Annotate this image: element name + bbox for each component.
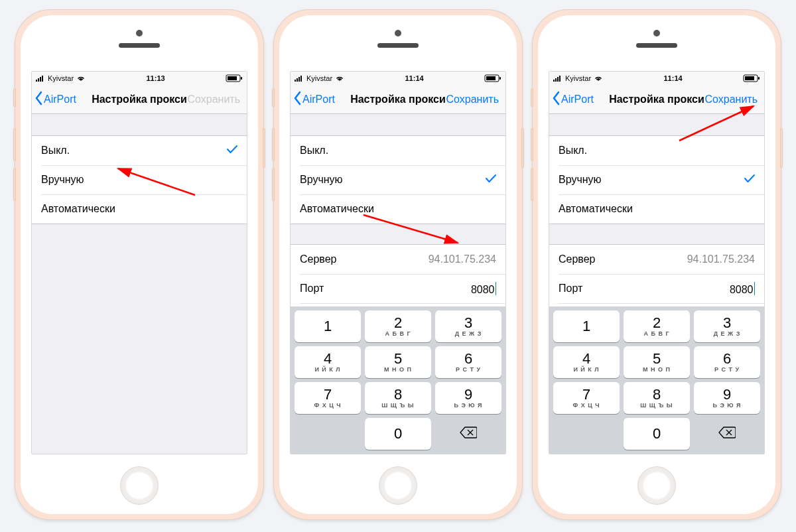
nav-bar: AirPort Настройка прокси Сохранить: [291, 85, 505, 114]
option-manual-label: Вручную: [300, 174, 343, 186]
option-manual[interactable]: Вручную: [32, 165, 247, 194]
home-button[interactable]: [637, 466, 676, 505]
key-3[interactable]: 3Д Е Ж З: [435, 310, 501, 342]
option-off[interactable]: Выкл.: [549, 136, 764, 165]
battery-icon: [226, 74, 243, 82]
option-off-label: Выкл.: [300, 145, 328, 157]
svg-rect-8: [295, 80, 296, 82]
key-4[interactable]: 4И Й К Л: [295, 346, 361, 378]
carrier-label: Kyivstar: [48, 74, 74, 82]
key-0[interactable]: 0: [365, 418, 431, 450]
proxy-mode-group: Выкл. Вручную Автоматически: [32, 135, 247, 224]
chevron-left-icon: [552, 91, 561, 108]
port-field[interactable]: Порт 8080: [549, 274, 764, 303]
option-auto-label: Автоматически: [300, 203, 374, 215]
back-button[interactable]: AirPort: [551, 91, 610, 108]
wifi-icon: [594, 75, 603, 82]
phone-frame-1: Kyivstar 11:13 AirPort Настройка прокси …: [15, 9, 264, 520]
proxy-mode-group: Выкл. Вручную Автоматически: [291, 135, 505, 224]
svg-rect-9: [297, 78, 298, 82]
screen: Kyivstar 11:14 AirPort Настройка прокси …: [290, 71, 506, 454]
speaker-icon: [377, 43, 419, 48]
signal-icon: [295, 75, 304, 82]
key-9[interactable]: 9Ь Э Ю Я: [694, 382, 760, 414]
status-bar: Kyivstar 11:13: [32, 72, 247, 85]
phone-frame-2: Kyivstar 11:14 AirPort Настройка прокси …: [273, 9, 523, 520]
svg-rect-2: [40, 77, 41, 82]
server-value: 94.101.75.234: [429, 253, 496, 265]
wifi-icon: [335, 75, 344, 82]
option-manual[interactable]: Вручную: [291, 165, 505, 194]
key-backspace[interactable]: [694, 418, 760, 450]
key-blank: [295, 418, 361, 450]
server-field[interactable]: Сервер 94.101.75.234: [549, 245, 764, 274]
option-auto[interactable]: Автоматически: [32, 194, 247, 224]
svg-rect-22: [745, 76, 754, 80]
save-button[interactable]: Сохранить: [443, 94, 503, 105]
server-field[interactable]: Сервер 94.101.75.234: [291, 245, 505, 274]
key-8[interactable]: 8Ш Щ Ъ Ы: [365, 382, 431, 414]
back-button[interactable]: AirPort: [33, 91, 93, 108]
backspace-icon: [718, 427, 736, 441]
key-2[interactable]: 2А Б В Г: [365, 310, 431, 342]
signal-icon: [553, 75, 563, 82]
svg-rect-6: [228, 76, 237, 80]
camera-icon: [395, 30, 401, 36]
key-8[interactable]: 8Ш Щ Ъ Ы: [624, 382, 690, 414]
screen: Kyivstar 11:13 AirPort Настройка прокси …: [31, 71, 247, 454]
option-auto[interactable]: Автоматически: [549, 194, 764, 224]
nav-bar: AirPort Настройка прокси Сохранить: [32, 85, 247, 114]
back-label: AirPort: [302, 94, 335, 105]
key-backspace[interactable]: [435, 418, 501, 450]
option-manual-label: Вручную: [41, 174, 84, 186]
key-2[interactable]: 2А Б В Г: [624, 310, 690, 342]
status-bar: Kyivstar 11:14: [291, 72, 505, 85]
server-value: 94.101.75.234: [687, 253, 755, 265]
svg-rect-19: [559, 76, 561, 82]
svg-rect-13: [499, 77, 501, 80]
key-7[interactable]: 7Ф Х Ц Ч: [295, 382, 361, 414]
port-label: Порт: [559, 283, 582, 295]
back-label: AirPort: [561, 94, 594, 105]
camera-icon: [136, 30, 143, 36]
wifi-icon: [76, 75, 86, 82]
key-1[interactable]: 1: [553, 310, 620, 342]
key-0[interactable]: 0: [624, 418, 690, 450]
key-9[interactable]: 9Ь Э Ю Я: [435, 382, 501, 414]
svg-rect-10: [298, 77, 300, 82]
camera-icon: [653, 30, 660, 36]
option-off-label: Выкл.: [559, 145, 587, 157]
option-manual[interactable]: Вручную: [549, 165, 764, 194]
key-6[interactable]: 6Р С Т У: [435, 346, 501, 378]
phone-frame-3: Kyivstar 11:14 AirPort Настройка прокси …: [532, 9, 781, 520]
screen: Kyivstar 11:14 AirPort Настройка прокси …: [549, 71, 765, 454]
back-button[interactable]: AirPort: [292, 91, 352, 108]
option-off[interactable]: Выкл.: [291, 136, 505, 165]
save-button[interactable]: Сохранить: [702, 94, 762, 105]
proxy-mode-group: Выкл. Вручную Автоматически: [549, 135, 764, 224]
status-time: 11:14: [405, 74, 423, 82]
svg-rect-1: [38, 78, 39, 82]
key-5[interactable]: 5М Н О П: [365, 346, 431, 378]
status-bar: Kyivstar 11:14: [549, 72, 764, 85]
key-6[interactable]: 6Р С Т У: [694, 346, 760, 378]
home-button[interactable]: [120, 466, 159, 505]
svg-rect-14: [486, 76, 496, 80]
option-off-label: Выкл.: [41, 145, 70, 157]
key-blank: [553, 418, 620, 450]
key-5[interactable]: 5М Н О П: [624, 346, 690, 378]
port-field[interactable]: Порт 8080: [291, 274, 505, 303]
key-7[interactable]: 7Ф Х Ц Ч: [553, 382, 620, 414]
port-value: 8080: [471, 282, 496, 296]
svg-rect-11: [300, 76, 302, 82]
option-auto[interactable]: Автоматически: [291, 194, 505, 224]
key-1[interactable]: 1: [295, 310, 361, 342]
server-label: Сервер: [559, 253, 595, 265]
key-4[interactable]: 4И Й К Л: [553, 346, 620, 378]
chevron-left-icon: [293, 91, 302, 108]
checkmark-icon: [486, 174, 496, 186]
backspace-icon: [460, 427, 477, 441]
option-off[interactable]: Выкл.: [32, 136, 247, 165]
key-3[interactable]: 3Д Е Ж З: [694, 310, 760, 342]
home-button[interactable]: [379, 466, 417, 505]
